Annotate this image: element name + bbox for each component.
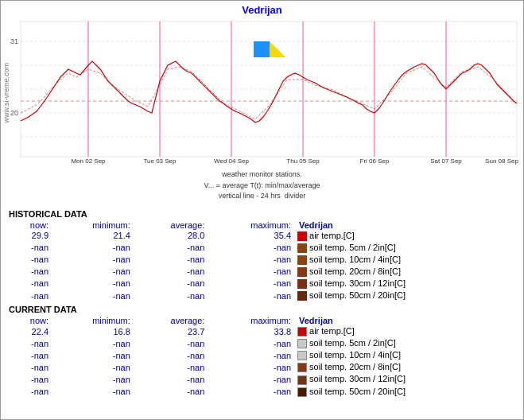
hist-avg: -nan [135, 278, 210, 290]
curr-min: -nan [53, 337, 135, 349]
svg-text:31: 31 [10, 37, 18, 45]
curr-desc: soil temp. 10cm / 4in[C] [296, 349, 515, 361]
hist-desc: air temp.[C] [296, 230, 515, 242]
historical-row: -nan -nan -nan -nan soil temp. 10cm / 4i… [9, 254, 515, 266]
svg-text:Thu 05 Sep: Thu 05 Sep [286, 158, 320, 165]
hist-now: 29.9 [9, 230, 53, 242]
curr-avg: -nan [135, 349, 210, 361]
current-row: 22.4 16.8 23.7 33.8 air temp.[C] [9, 325, 515, 337]
hist-max: -nan [209, 290, 296, 301]
hist-max: -nan [209, 242, 296, 254]
curr-max: -nan [209, 349, 296, 361]
hist-min: -nan [53, 266, 135, 278]
hist-color-box [297, 279, 307, 289]
curr-desc: soil temp. 5cm / 2in[C] [296, 337, 515, 349]
hist-max: -nan [209, 254, 296, 266]
hist-avg: -nan [135, 266, 210, 278]
historical-table: now: minimum: average: maximum: Vedrijan… [9, 220, 515, 302]
hist-desc: soil temp. 20cm / 8in[C] [296, 266, 515, 278]
curr-max: -nan [209, 361, 296, 373]
hist-max: -nan [209, 278, 296, 290]
hist-min: -nan [53, 254, 135, 266]
historical-station: Vedrijan [296, 220, 515, 230]
current-row: -nan -nan -nan -nan soil temp. 10cm / 4i… [9, 349, 515, 361]
hist-now: -nan [9, 290, 53, 301]
historical-row: -nan -nan -nan -nan soil temp. 50cm / 20… [9, 290, 515, 301]
hist-min: 21.4 [53, 230, 135, 242]
curr-now: -nan [9, 386, 53, 398]
hist-desc: soil temp. 50cm / 20in[C] [296, 290, 515, 301]
curr-max: -nan [209, 337, 296, 349]
curr-color-box [297, 327, 307, 336]
current-table: now: minimum: average: maximum: Vedrijan… [9, 316, 515, 398]
curr-color-box [297, 351, 307, 360]
curr-min: -nan [53, 349, 135, 361]
col-max: maximum: [209, 220, 296, 230]
curr-min: 16.8 [53, 325, 135, 337]
hist-color-box [297, 291, 307, 301]
curr-desc: soil temp. 20cm / 8in[C] [296, 361, 515, 373]
curr-col-now: now: [9, 316, 53, 325]
curr-max: -nan [209, 386, 296, 398]
curr-color-box [297, 375, 307, 385]
hist-desc: soil temp. 10cm / 4in[C] [296, 254, 515, 266]
curr-min: -nan [53, 373, 135, 385]
historical-row: 29.9 21.4 28.0 35.4 air temp.[C] [9, 230, 515, 242]
hist-max: 35.4 [209, 230, 296, 242]
current-row: -nan -nan -nan -nan soil temp. 5cm / 2in… [9, 337, 515, 349]
hist-now: -nan [9, 254, 53, 266]
hist-min: -nan [53, 278, 135, 290]
curr-now: -nan [9, 337, 53, 349]
curr-min: -nan [53, 386, 135, 398]
curr-now: -nan [9, 361, 53, 373]
hist-now: -nan [9, 266, 53, 278]
hist-avg: -nan [135, 254, 210, 266]
svg-text:20: 20 [10, 109, 18, 117]
hist-avg: -nan [135, 242, 210, 254]
svg-text:Sat 07 Sep: Sat 07 Sep [430, 158, 462, 165]
historical-row: -nan -nan -nan -nan soil temp. 20cm / 8i… [9, 266, 515, 278]
hist-color-box [297, 243, 307, 253]
hist-color-box [297, 255, 307, 265]
curr-col-avg: average: [135, 316, 210, 325]
data-section: HISTORICAL DATA now: minimum: average: m… [1, 203, 523, 399]
svg-rect-22 [254, 41, 270, 57]
hist-now: -nan [9, 278, 53, 290]
curr-max: 33.8 [209, 325, 296, 337]
curr-col-min: minimum: [53, 316, 135, 325]
svg-text:Fri 06 Sep: Fri 06 Sep [360, 158, 390, 165]
col-min: minimum: [53, 220, 135, 230]
curr-now: 22.4 [9, 325, 53, 337]
curr-col-max: maximum: [209, 316, 296, 325]
curr-max: -nan [209, 373, 296, 385]
chart-area: www.si-vreme.com 31 20 [1, 18, 523, 169]
curr-avg: -nan [135, 361, 210, 373]
curr-color-box [297, 363, 307, 372]
hist-now: -nan [9, 242, 53, 254]
curr-avg: -nan [135, 373, 210, 385]
svg-text:Tue 03 Sep: Tue 03 Sep [143, 158, 177, 165]
chart-title: Vedrijan [1, 1, 523, 18]
main-container: Vedrijan www.si-vreme.com 31 20 [0, 0, 524, 420]
curr-avg: -nan [135, 337, 210, 349]
col-avg: average: [135, 220, 210, 230]
hist-color-box [297, 267, 307, 277]
current-header: CURRENT DATA [9, 305, 515, 314]
curr-color-box [297, 339, 307, 348]
legend-line-3: vertical line - 24 hrs divider [1, 191, 523, 202]
hist-avg: 28.0 [135, 230, 210, 242]
curr-avg: 23.7 [135, 325, 210, 337]
historical-header: HISTORICAL DATA [9, 209, 515, 219]
svg-text:Sun 08 Sep: Sun 08 Sep [485, 158, 518, 165]
current-station: Vedrijan [296, 316, 515, 325]
curr-now: -nan [9, 373, 53, 385]
svg-text:Wed 04 Sep: Wed 04 Sep [214, 158, 249, 165]
legend-line-1: weather monitor stations. [1, 169, 523, 181]
y-axis-label: www.si-vreme.com [2, 63, 10, 123]
hist-avg: -nan [135, 290, 210, 301]
current-row: -nan -nan -nan -nan soil temp. 20cm / 8i… [9, 361, 515, 373]
curr-desc: soil temp. 50cm / 20in[C] [296, 386, 515, 398]
curr-desc: air temp.[C] [296, 325, 515, 337]
hist-color-box [297, 231, 307, 241]
legend-line-2: V... = average T(t): min/max/average [1, 181, 523, 192]
